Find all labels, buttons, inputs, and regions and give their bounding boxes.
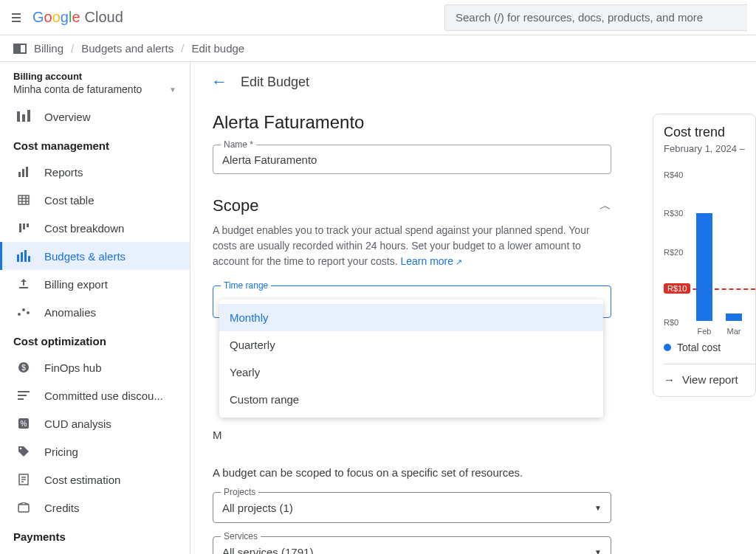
svg-rect-34 (18, 505, 29, 512)
billing-account-label: Billing account (13, 71, 176, 82)
svg-rect-15 (21, 252, 23, 262)
sidebar-label: Budgets & alerts (44, 250, 126, 263)
svg-point-19 (18, 313, 21, 316)
svg-text:$: $ (21, 364, 26, 372)
search-input[interactable]: Search (/) for resources, docs, products… (444, 4, 747, 31)
breadcrumb-budgets[interactable]: Budgets and alerts (81, 42, 173, 55)
svg-rect-24 (18, 391, 30, 392)
estimation-icon (16, 474, 31, 485)
sidebar-item-committed-use[interactable]: Committed use discou... (0, 381, 190, 409)
collapse-icon[interactable]: ︿ (599, 198, 611, 214)
services-select[interactable]: Services All services (1791) ▼ (213, 536, 611, 554)
table-icon (16, 195, 31, 205)
xlabel-feb: Feb (696, 327, 712, 336)
pricing-icon (16, 446, 31, 457)
time-range-select[interactable]: Time range Monthly Quarterly Yearly Cust… (213, 285, 611, 318)
sidebar-item-billing-export[interactable]: Billing export (0, 270, 190, 298)
billing-account-value: Minha conta de faturamento (13, 83, 142, 95)
projects-value: All projects (1) (222, 502, 293, 514)
option-custom-range[interactable]: Custom range (219, 386, 603, 413)
overview-icon (16, 110, 31, 123)
svg-point-29 (20, 448, 22, 450)
view-report-link[interactable]: → View report (664, 364, 755, 386)
option-quarterly[interactable]: Quarterly (219, 331, 603, 359)
sidebar-item-cud-analysis[interactable]: % CUD analysis (0, 409, 190, 437)
anomalies-icon (16, 308, 31, 316)
breadcrumb-billing[interactable]: Billing (34, 42, 63, 55)
option-monthly[interactable]: Monthly (219, 304, 603, 331)
svg-point-21 (27, 311, 30, 314)
services-value: All services (1791) (222, 546, 313, 555)
credits-icon (16, 502, 31, 513)
trend-range: February 1, 2024 – (664, 143, 755, 154)
sidebar-item-finops-hub[interactable]: $ FinOps hub (0, 353, 190, 381)
caret-down-icon: ▼ (594, 548, 602, 555)
sidebar-group-payments: Payments (0, 522, 190, 549)
learn-more-link[interactable]: Learn more (400, 255, 462, 267)
ytick-30: R$30 (664, 209, 683, 218)
svg-rect-26 (18, 398, 24, 400)
ytick-0: R$0 (664, 318, 678, 327)
sidebar-label: Cost table (44, 194, 94, 207)
export-icon (16, 278, 31, 290)
budgets-icon (16, 250, 31, 262)
sidebar-label: Committed use discou... (44, 389, 163, 402)
svg-rect-14 (17, 255, 19, 262)
sidebar-item-cost-breakdown[interactable]: Cost breakdown (0, 214, 190, 242)
sidebar-item-anomalies[interactable]: Anomalies (0, 298, 190, 326)
logo-text: Cloud (85, 9, 123, 26)
svg-rect-17 (28, 256, 30, 262)
sidebar-item-cost-table[interactable]: Cost table (0, 186, 190, 214)
sidebar-group-cost-optimization: Cost optimization (0, 326, 190, 353)
sidebar-item-overview[interactable]: Overview (0, 103, 190, 131)
committed-use-icon (16, 391, 31, 400)
scope-note: A budget can be scoped to focus on a spe… (213, 466, 611, 479)
sidebar: Billing account Minha conta de faturamen… (0, 62, 190, 554)
sidebar-item-cost-estimation[interactable]: Cost estimation (0, 465, 190, 494)
ytick-40: R$40 (664, 170, 683, 179)
svg-rect-4 (22, 169, 24, 177)
sidebar-item-reports[interactable]: Reports (0, 158, 190, 186)
google-cloud-logo[interactable]: Google Cloud (32, 9, 123, 26)
page-title: Alerta Faturamento (213, 112, 620, 133)
svg-rect-1 (22, 114, 25, 122)
menu-icon[interactable] (9, 10, 24, 25)
caret-down-icon: ▼ (169, 86, 176, 94)
breadcrumb-edit[interactable]: Edit budge (191, 42, 244, 55)
sidebar-item-credits[interactable]: Credits (0, 494, 190, 522)
sidebar-label: Pricing (44, 446, 78, 458)
back-arrow-icon[interactable]: ← (211, 72, 227, 91)
sidebar-label: Cost breakdown (44, 222, 124, 235)
sidebar-label: Reports (44, 166, 83, 179)
scope-title: Scope (213, 196, 258, 215)
scope-description: A budget enables you to track your actua… (213, 223, 611, 269)
svg-rect-13 (27, 224, 29, 227)
search-placeholder: Search (/) for resources, docs, products… (456, 11, 703, 24)
trend-legend: Total cost (664, 342, 755, 353)
option-yearly[interactable]: Yearly (219, 359, 603, 386)
sidebar-item-budgets-alerts[interactable]: Budgets & alerts (0, 242, 190, 270)
services-label: Services (221, 531, 261, 541)
breakdown-icon (16, 222, 31, 234)
view-report-label: View report (682, 373, 738, 386)
billing-account-selector[interactable]: Billing account Minha conta de faturamen… (0, 66, 190, 103)
sidebar-label: CUD analysis (44, 418, 111, 430)
sidebar-label: Overview (44, 111, 91, 123)
projects-select[interactable]: Projects All projects (1) ▼ (213, 492, 611, 523)
arrow-right-icon: → (664, 373, 675, 386)
sidebar-group-cost-management: Cost management (0, 131, 190, 158)
svg-rect-11 (19, 224, 21, 232)
threshold-badge: R$10 (664, 283, 690, 294)
sidebar-item-pricing[interactable]: Pricing (0, 437, 190, 465)
truncated-row: M (213, 429, 611, 441)
xlabel-mar: Mar (726, 327, 742, 336)
svg-rect-3 (18, 172, 21, 177)
breadcrumb: Billing / Budgets and alerts / Edit budg… (0, 35, 756, 62)
name-input[interactable] (222, 153, 602, 166)
sidebar-label: FinOps hub (44, 361, 102, 374)
caret-down-icon: ▼ (594, 504, 602, 512)
svg-rect-2 (27, 110, 30, 122)
bar-mar (726, 314, 742, 321)
sidebar-label: Cost estimation (44, 474, 120, 486)
name-field[interactable]: Name * (213, 145, 611, 174)
